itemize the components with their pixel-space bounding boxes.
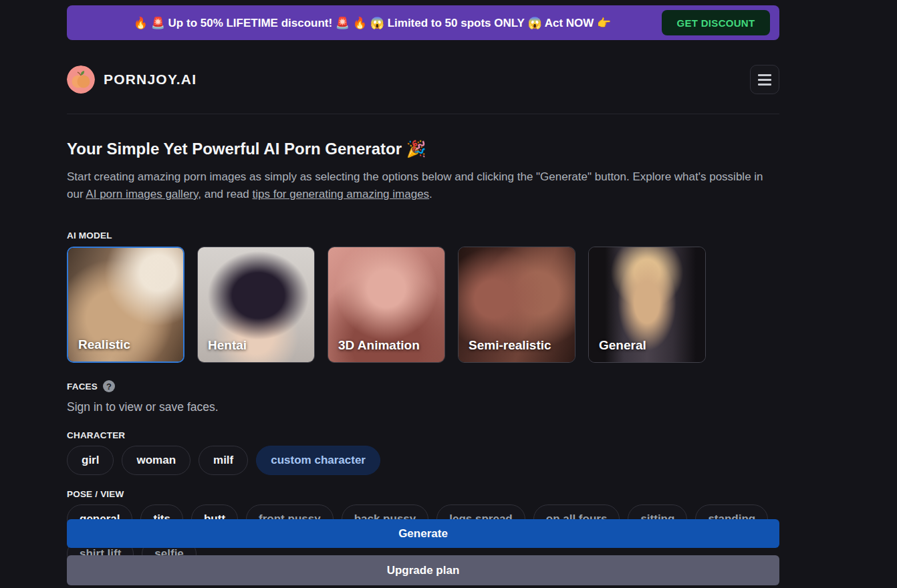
faces-signin-message: Sign in to view or save faces. [67, 400, 779, 414]
character-label: CHARACTER [67, 430, 779, 440]
model-card-3d-animation[interactable]: 3D Animation [328, 247, 445, 363]
ai-model-label: AI MODEL [67, 231, 779, 241]
gallery-link[interactable]: AI porn images gallery [86, 188, 198, 200]
character-options: girl woman milf custom character [67, 446, 779, 475]
model-card-label: Semi-realistic [469, 338, 551, 353]
faces-label: FACES [67, 382, 98, 392]
header: PORNJOY.AI [67, 65, 779, 94]
hamburger-menu-icon[interactable] [750, 65, 779, 94]
character-option-woman[interactable]: woman [122, 446, 190, 475]
promo-banner: 🔥 🚨 Up to 50% LIFETIME discount! 🚨 🔥 😱 L… [67, 5, 779, 40]
get-discount-button[interactable]: GET DISCOUNT [662, 10, 770, 35]
page-description: Start creating amazing porn images as si… [67, 168, 775, 203]
page-title: Your Simple Yet Powerful AI Porn Generat… [67, 140, 779, 158]
ai-model-cards: Realistic Hentai 3D Animation Semi-reali… [67, 247, 779, 363]
model-card-semi-realistic[interactable]: Semi-realistic [458, 247, 575, 363]
model-card-label: 3D Animation [338, 338, 420, 353]
generate-button[interactable]: Generate [67, 519, 779, 548]
model-card-label: Realistic [78, 337, 130, 352]
character-option-girl[interactable]: girl [67, 446, 114, 475]
peach-logo-icon[interactable] [67, 65, 95, 94]
character-option-milf[interactable]: milf [199, 446, 248, 475]
model-card-label: Hentai [208, 338, 247, 353]
hamburger-bar [758, 84, 771, 86]
desc-text: . [429, 188, 432, 200]
page: 🔥 🚨 Up to 50% LIFETIME discount! 🚨 🔥 😱 L… [0, 0, 897, 588]
character-option-custom[interactable]: custom character [256, 446, 380, 475]
hamburger-bar [758, 79, 771, 81]
model-card-label: General [599, 338, 646, 353]
header-divider [67, 114, 779, 114]
model-card-general[interactable]: General [588, 247, 706, 363]
model-card-hentai[interactable]: Hentai [197, 247, 315, 363]
pose-view-label: POSE / VIEW [67, 489, 779, 499]
promo-banner-text: 🔥 🚨 Up to 50% LIFETIME discount! 🚨 🔥 😱 L… [83, 16, 662, 30]
tips-link[interactable]: tips for generating amazing images [253, 188, 430, 200]
model-card-realistic[interactable]: Realistic [67, 247, 184, 363]
faces-help-icon[interactable]: ? [103, 380, 115, 392]
brand-name[interactable]: PORNJOY.AI [104, 71, 197, 88]
desc-text: , and read [198, 188, 252, 200]
upgrade-plan-button[interactable]: Upgrade plan [67, 555, 779, 585]
main-content: 🔥 🚨 Up to 50% LIFETIME discount! 🚨 🔥 😱 L… [67, 0, 779, 569]
hamburger-bar [758, 74, 771, 76]
faces-label-row: FACES ? [67, 380, 779, 392]
